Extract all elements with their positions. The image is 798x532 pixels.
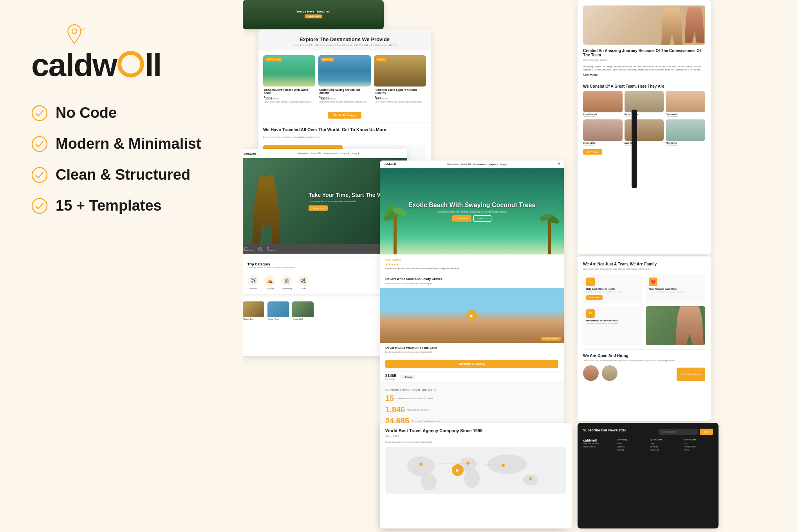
svg-point-4 xyxy=(32,198,47,213)
dest-img-3: Culture xyxy=(374,55,426,87)
team-photo-img-6 xyxy=(666,119,705,141)
beach-plan-btn[interactable]: Plan a Trip xyxy=(473,215,491,222)
numbers-stat-2: 1,846 Crew Of All Countries xyxy=(385,405,558,414)
dest-info-2: Cruise Ship Sailing Around The Atlantic … xyxy=(318,87,370,105)
see-all-packages-btn[interactable]: See All Packages xyxy=(328,112,361,119)
footer-link-3[interactable]: Our Blog xyxy=(617,449,646,451)
newsletter-send-btn[interactable]: Send xyxy=(700,429,713,435)
footer-quick-2[interactable]: Tour Help xyxy=(650,445,680,448)
see-all-team-btn[interactable]: See All Team xyxy=(583,149,602,155)
dest-price-2: $28355/person xyxy=(319,96,370,100)
trip-icon-pleasure: ✈️ Pleasure xyxy=(247,275,258,290)
footer-brand-desc: Take The Journey... xyxy=(583,442,613,445)
beach-hamburger-icon[interactable]: ☰ xyxy=(558,163,560,166)
nav-pages[interactable]: Pages ▾ xyxy=(341,152,349,155)
stats-desc: Lorem ipsum dolor sit amet, consectetur … xyxy=(263,135,426,139)
sports-label: Sports xyxy=(301,287,306,290)
respect-icon: ❤️ xyxy=(649,278,657,286)
nav-destination[interactable]: Destination ▾ xyxy=(324,152,338,155)
hamburger-icon[interactable]: ☰ xyxy=(400,151,403,155)
footer-quick-1[interactable]: Blog xyxy=(650,442,680,445)
numbers-num-1: 15 xyxy=(385,394,394,403)
mountain-btn[interactable]: Explore Now xyxy=(305,14,322,18)
water-section: Of Clear Blue Water And Fine Sand Lorem … xyxy=(380,343,564,357)
family-value-1: 🤝 Help Each Other In Health Sed finibus.… xyxy=(583,274,643,303)
feature-item: Clean & Structured xyxy=(31,166,201,183)
feature-list: No Code Modern & Minimalist Clean & Stru… xyxy=(31,105,201,228)
footer-useful-1[interactable]: FAQ xyxy=(684,442,713,445)
newsletter-footer: caldwell Take The Journey... Travel With… xyxy=(583,438,713,452)
trip-category-card: Trip Category Lorem ipsum dolor sit amet… xyxy=(243,258,403,294)
beach-nav-blog[interactable]: Blog ▾ xyxy=(500,163,507,166)
dest-name-1: Beautiful Aeron Beach With White Sand xyxy=(264,88,314,95)
price-bar: $1359 per person 4+ Persons xyxy=(380,371,564,382)
sand-section: Of Soft White Sand And Shady Groves Lore… xyxy=(380,274,564,288)
beach-rocks-image: ▶ Preview Location xyxy=(380,288,564,343)
sand-title: Of Soft White Sand And Shady Groves xyxy=(385,277,558,281)
summary-booking-btn[interactable]: Summary & Booking xyxy=(385,360,558,368)
nav-about[interactable]: About Us xyxy=(311,152,321,155)
dest-desc-3: Lorem ipsum dolor sit amet, consectetur … xyxy=(375,101,425,103)
beach-nav-about[interactable]: About Us xyxy=(461,163,471,166)
scrollbar[interactable] xyxy=(632,110,637,188)
check-opening-btn[interactable]: Check Our Opening xyxy=(677,368,705,381)
svg-rect-9 xyxy=(548,219,551,254)
more-item-3: Forest Walk xyxy=(292,301,314,321)
dest-img-2: Adventure xyxy=(318,55,370,87)
check-icon-2 xyxy=(31,136,48,152)
beach-explore-btn[interactable]: Explore Now xyxy=(452,215,471,222)
footer-link-2[interactable]: About Us xyxy=(617,445,646,448)
nav-blog[interactable]: Blog ▾ xyxy=(352,152,359,155)
team-member-role-3: Chief Tour Leader xyxy=(666,115,705,117)
nav-homepage[interactable]: Homepage xyxy=(297,152,308,155)
journey-title: Created An Amazing Journey Because Of Th… xyxy=(583,49,705,57)
dest-item-2: Adventure Cruise Ship Sailing Around The… xyxy=(318,55,370,105)
dest-badge-2: Adventure xyxy=(321,58,334,61)
family-card-inner: We Are Not Just A Team, We Are Family Lo… xyxy=(578,256,711,421)
beach-nav-dest[interactable]: Destination ▾ xyxy=(473,163,487,166)
pleasure-icon: ✈️ xyxy=(247,275,258,286)
persons-tag: 4+ Persons xyxy=(400,375,415,379)
beach-desc: Lorem ipsum dolor sit amet consectetur a… xyxy=(408,211,535,213)
newsletter-card: Subscribe Our Newsletter Send caldwell T… xyxy=(578,423,719,528)
fv-title-2: Must Respect Each Other xyxy=(649,288,702,290)
footer-link-1[interactable]: Home xyxy=(617,442,646,445)
destinations-title: Explore The Destinations We Provide xyxy=(266,36,423,42)
hiring-person-2 xyxy=(602,365,617,381)
family-value-2: ❤️ Must Respect Each Other Lorem ipsum d… xyxy=(646,274,705,303)
map-dot-4 xyxy=(529,477,532,480)
footer-useful-2[interactable]: Privacy Policy xyxy=(684,445,713,448)
family-values-grid: 🤝 Help Each Other In Health Sed finibus.… xyxy=(583,274,705,345)
fv-title-1: Help Each Other In Health xyxy=(586,288,639,290)
beach-btns: Explore Now Plan a Trip xyxy=(408,215,535,222)
footer-useful-3[interactable]: Terms xyxy=(684,449,713,451)
feature-item: No Code xyxy=(31,105,201,121)
beach-nav-home[interactable]: Homepage xyxy=(448,163,459,166)
fv-btn-1[interactable]: Learn More xyxy=(586,295,603,300)
dest-desc-2: Lorem ipsum dolor sit amet, consectetur … xyxy=(319,101,370,103)
world-map: ▶ xyxy=(385,447,566,494)
newsletter-title: Subscribe Our Newsletter xyxy=(583,428,626,432)
stats-title: We Have Traveled All Over The World, Get… xyxy=(263,127,426,132)
footer-col-2: Company Home About Us Our Blog xyxy=(617,438,646,452)
map-play-btn[interactable]: ▶ xyxy=(452,464,464,476)
hiring-spacer xyxy=(621,365,673,381)
footer-col-4: Useful Link FAQ Privacy Policy Terms xyxy=(684,438,713,452)
trip-icons-row: ✈️ Pleasure ⛺ Camping 🏛️ Sightseeing ⚽ S… xyxy=(247,275,399,290)
pleasure-label: Pleasure xyxy=(249,287,257,290)
play-btn[interactable]: ▶ xyxy=(466,310,477,321)
svg-point-17 xyxy=(487,454,527,474)
agency-since: Since 1998 xyxy=(385,435,566,438)
hero-nav-links: Homepage About Us Destination ▾ Pages ▾ … xyxy=(297,152,359,155)
trip-icon-sightseeing: 🏛️ Sightseeing xyxy=(281,275,292,290)
footer-col-1: caldwell Take The Journey... Travel With… xyxy=(583,438,613,452)
beach-nav-pages[interactable]: Pages ▾ xyxy=(489,163,498,166)
footer-col-title-3: Quick Link xyxy=(650,438,680,441)
numbers-title: Numbers From All Over The World xyxy=(385,388,558,391)
newsletter-email-input[interactable] xyxy=(659,429,698,435)
team-photo-img-2 xyxy=(625,91,664,112)
footer-quick-3[interactable]: Visa Guide xyxy=(650,449,680,451)
check-icon-3 xyxy=(31,167,48,183)
hero-stat-1: 297+ Destinations xyxy=(244,247,255,251)
hero-explore-btn[interactable]: Explore Now xyxy=(309,205,327,211)
